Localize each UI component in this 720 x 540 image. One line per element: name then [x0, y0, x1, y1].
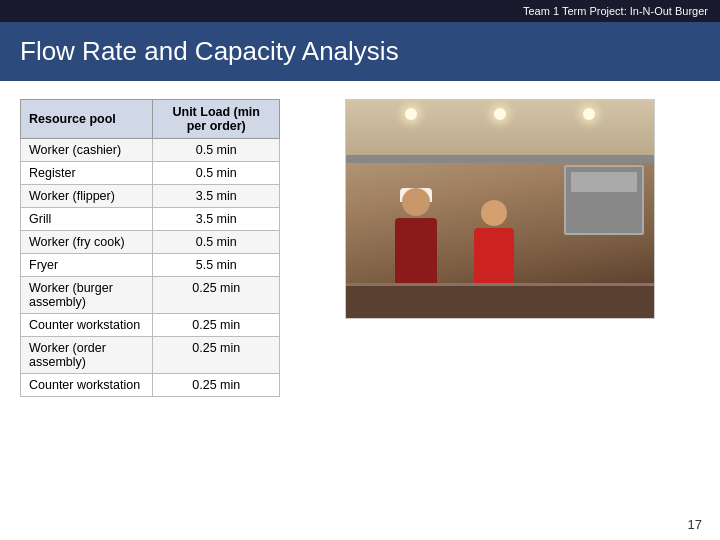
unit-load-cell: 0.25 min	[153, 374, 280, 397]
top-bar-title: Team 1 Term Project: In-N-Out Burger	[523, 5, 708, 17]
col1-header: Resource pool	[21, 100, 153, 139]
resource-cell: Worker (flipper)	[21, 185, 153, 208]
table-row: Fryer5.5 min	[21, 254, 280, 277]
table-row: Worker (flipper)3.5 min	[21, 185, 280, 208]
unit-load-cell: 0.5 min	[153, 139, 280, 162]
table-body: Worker (cashier)0.5 minRegister0.5 minWo…	[21, 139, 280, 397]
resource-cell: Worker (fry cook)	[21, 231, 153, 254]
resource-cell: Worker (burger assembly)	[21, 277, 153, 314]
unit-load-cell: 5.5 min	[153, 254, 280, 277]
resource-cell: Counter workstation	[21, 314, 153, 337]
table-section: Resource pool Unit Load (min per order) …	[20, 99, 280, 397]
table-row: Counter workstation0.25 min	[21, 374, 280, 397]
kitchen-photo	[345, 99, 655, 319]
photo-section	[300, 99, 700, 397]
table-row: Worker (fry cook)0.5 min	[21, 231, 280, 254]
resource-cell: Fryer	[21, 254, 153, 277]
table-row: Counter workstation0.25 min	[21, 314, 280, 337]
table-row: Worker (order assembly)0.25 min	[21, 337, 280, 374]
unit-load-cell: 0.5 min	[153, 231, 280, 254]
unit-load-cell: 0.25 min	[153, 314, 280, 337]
unit-load-cell: 0.25 min	[153, 277, 280, 314]
table-row: Worker (burger assembly)0.25 min	[21, 277, 280, 314]
unit-load-cell: 3.5 min	[153, 208, 280, 231]
table-row: Register0.5 min	[21, 162, 280, 185]
table-row: Grill3.5 min	[21, 208, 280, 231]
unit-load-cell: 0.5 min	[153, 162, 280, 185]
unit-load-cell: 3.5 min	[153, 185, 280, 208]
resource-cell: Grill	[21, 208, 153, 231]
header-banner: Flow Rate and Capacity Analysis	[0, 22, 720, 81]
col2-header: Unit Load (min per order)	[153, 100, 280, 139]
resource-cell: Register	[21, 162, 153, 185]
table-row: Worker (cashier)0.5 min	[21, 139, 280, 162]
page-number: 17	[688, 517, 702, 532]
resource-cell: Worker (order assembly)	[21, 337, 153, 374]
resource-cell: Worker (cashier)	[21, 139, 153, 162]
top-bar: Team 1 Term Project: In-N-Out Burger	[0, 0, 720, 22]
resource-cell: Counter workstation	[21, 374, 153, 397]
page-title: Flow Rate and Capacity Analysis	[20, 36, 700, 67]
unit-load-cell: 0.25 min	[153, 337, 280, 374]
main-content: Resource pool Unit Load (min per order) …	[0, 81, 720, 407]
capacity-table: Resource pool Unit Load (min per order) …	[20, 99, 280, 397]
